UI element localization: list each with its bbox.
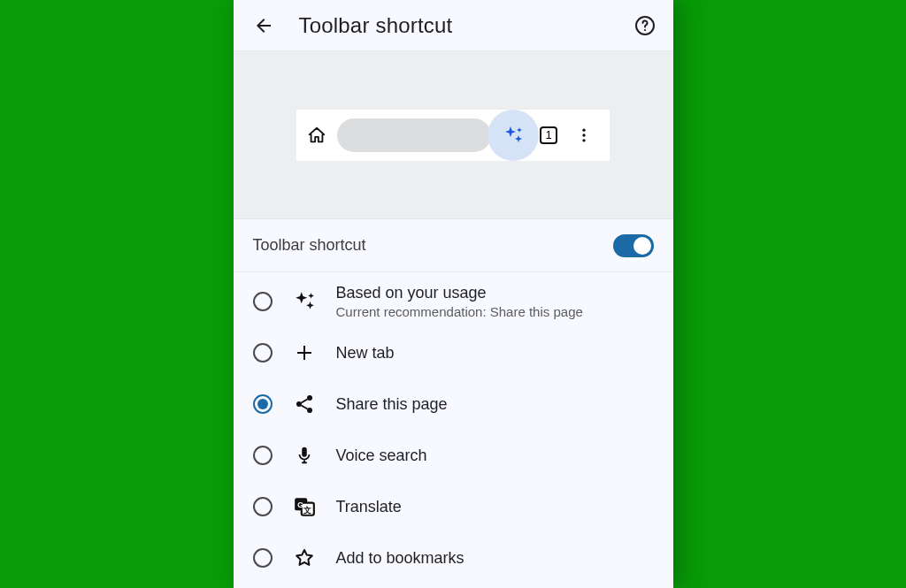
radio-newtab[interactable]: [253, 343, 273, 363]
share-icon: [292, 393, 317, 415]
svg-point-6: [296, 401, 302, 407]
option-translate[interactable]: G文Translate: [234, 481, 673, 532]
toolbar-shortcut-toggle-row[interactable]: Toolbar shortcut: [234, 219, 673, 272]
option-text: Share this page: [336, 395, 448, 414]
toolbar-mock: 1: [296, 110, 610, 161]
radio-share[interactable]: [253, 394, 273, 414]
radio-voice[interactable]: [253, 446, 273, 465]
toggle-label: Toolbar shortcut: [253, 236, 613, 255]
back-button[interactable]: [253, 15, 274, 36]
option-subtitle: Current recommendation: Share this page: [336, 304, 583, 319]
radio-bookmark[interactable]: [253, 548, 273, 568]
help-icon: [634, 15, 656, 36]
option-text: Translate: [336, 498, 402, 516]
option-text: Based on your usageCurrent recommendatio…: [336, 284, 583, 319]
home-icon: [305, 126, 328, 145]
option-title: New tab: [336, 344, 395, 363]
svg-point-4: [582, 139, 585, 141]
more-icon: [571, 126, 597, 144]
help-button[interactable]: [634, 15, 656, 36]
header-bar: Toolbar shortcut: [234, 0, 673, 50]
page-title: Toolbar shortcut: [299, 13, 610, 38]
radio-usage[interactable]: [253, 292, 273, 311]
option-title: Add to bookmarks: [336, 549, 465, 568]
plus-icon: [292, 342, 317, 363]
svg-point-3: [582, 134, 585, 136]
option-title: Translate: [336, 498, 402, 516]
toggle-switch[interactable]: [613, 234, 654, 257]
svg-point-1: [643, 28, 645, 30]
option-voice[interactable]: Voice search: [234, 430, 673, 481]
options-list: Based on your usageCurrent recommendatio…: [234, 272, 673, 584]
option-usage[interactable]: Based on your usageCurrent recommendatio…: [234, 276, 673, 327]
url-bar-placeholder: [337, 118, 491, 152]
option-text: Voice search: [336, 447, 427, 465]
svg-text:G: G: [297, 500, 303, 509]
back-arrow-icon: [253, 15, 274, 36]
sparkle-icon: [292, 290, 317, 313]
option-text: Add to bookmarks: [336, 549, 465, 568]
option-newtab[interactable]: New tab: [234, 327, 673, 378]
option-title: Share this page: [336, 395, 448, 414]
toolbar-preview: 1: [234, 50, 673, 219]
svg-point-2: [582, 128, 585, 131]
mic-icon: [292, 446, 317, 465]
radio-translate[interactable]: [253, 497, 273, 516]
star-icon: [292, 547, 317, 569]
option-title: Voice search: [336, 447, 427, 465]
settings-screen: Toolbar shortcut 1: [234, 0, 673, 588]
option-text: New tab: [336, 344, 395, 363]
option-share[interactable]: Share this page: [234, 378, 673, 430]
svg-text:文: 文: [303, 506, 311, 515]
svg-point-5: [307, 395, 312, 401]
sparkle-icon: [500, 125, 526, 146]
option-bookmark[interactable]: Add to bookmarks: [234, 532, 673, 584]
tab-switcher-icon: 1: [535, 126, 562, 144]
svg-point-7: [307, 408, 312, 413]
option-title: Based on your usage: [336, 284, 583, 302]
translate-icon: G文: [292, 495, 317, 518]
